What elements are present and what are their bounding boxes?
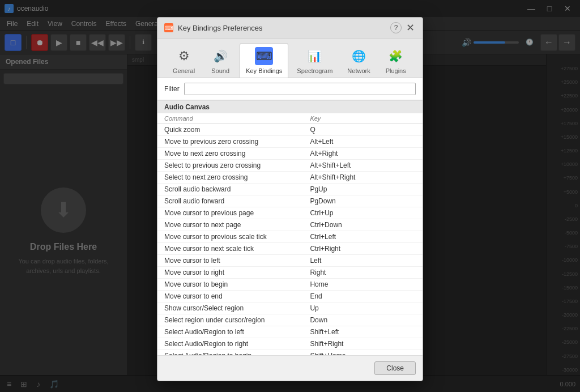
table-row[interactable]: Move cursor to next scale tick Ctrl+Righ…	[157, 243, 423, 255]
section-audio-canvas: Audio Canvas	[157, 101, 423, 114]
table-row[interactable]: Move cursor to begin Home	[157, 279, 423, 291]
network-tab-icon: 🌐	[350, 47, 368, 65]
dialog-overlay: ⌨ Key Bindings Preferences ? ✕ ⚙ General…	[0, 0, 580, 392]
key-cell: Alt+Shift+Right	[303, 172, 423, 184]
table-row[interactable]: Show cursor/Select region Up	[157, 302, 423, 314]
command-cell: Scroll audio forward	[157, 195, 303, 207]
table-row[interactable]: Move cursor to right Right	[157, 267, 423, 279]
key-cell: Shift+Right	[303, 338, 423, 350]
table-row[interactable]: Select to previous zero crossing Alt+Shi…	[157, 160, 423, 172]
keybindings-table-container: Audio Canvas Command Key Quick zoom Q Mo…	[157, 100, 423, 355]
key-cell: Right	[303, 267, 423, 279]
sound-tab-icon: 🔊	[211, 47, 229, 65]
key-cell: Ctrl+Down	[303, 219, 423, 231]
command-cell: Move cursor to left	[157, 255, 303, 267]
network-tab-label: Network	[347, 67, 370, 74]
command-cell: Select Audio/Region to left	[157, 326, 303, 338]
key-cell: End	[303, 291, 423, 302]
table-row[interactable]: Move cursor to next page Ctrl+Down	[157, 219, 423, 231]
table-row[interactable]: Move to previous zero crossing Alt+Left	[157, 136, 423, 148]
command-cell: Move to previous zero crossing	[157, 136, 303, 148]
table-row[interactable]: Select Audio/Region to begin Shift+Home	[157, 350, 423, 356]
dialog-title: Key Bindings Preferences	[178, 24, 390, 32]
command-cell: Show cursor/Select region	[157, 302, 303, 314]
dialog-help-button[interactable]: ?	[390, 22, 402, 33]
spectrogram-tab-icon: 📊	[306, 47, 324, 65]
table-row[interactable]: Select to next zero crossing Alt+Shift+R…	[157, 172, 423, 184]
tab-plugins[interactable]: 🧩 Plugins	[379, 43, 413, 78]
general-tab-label: General	[173, 67, 195, 74]
filter-label: Filter	[164, 85, 180, 93]
key-cell: PgDown	[303, 195, 423, 207]
keybindings-table: Audio Canvas Command Key Quick zoom Q Mo…	[157, 100, 423, 355]
spectrogram-tab-label: Spectrogram	[297, 67, 332, 74]
command-cell: Select region under cursor/region	[157, 314, 303, 326]
command-cell: Move cursor to end	[157, 291, 303, 302]
command-cell: Select to previous zero crossing	[157, 160, 303, 172]
command-cell: Select Audio/Region to right	[157, 338, 303, 350]
key-cell: Ctrl+Right	[303, 243, 423, 255]
table-row[interactable]: Select Audio/Region to right Shift+Right	[157, 338, 423, 350]
key-cell: Ctrl+Up	[303, 207, 423, 219]
prefs-tabs: ⚙ General 🔊 Sound ⌨ Key Bindings 📊 Spect…	[157, 39, 423, 78]
key-cell: PgUp	[303, 184, 423, 195]
dialog-footer: Close	[157, 355, 423, 381]
command-cell: Move cursor to next page	[157, 219, 303, 231]
key-cell: Shift+Left	[303, 326, 423, 338]
preferences-dialog: ⌨ Key Bindings Preferences ? ✕ ⚙ General…	[157, 17, 423, 381]
command-cell: Move to next zero crossing	[157, 148, 303, 160]
table-row[interactable]: Quick zoom Q	[157, 124, 423, 136]
keybindings-tab-icon: ⌨	[255, 47, 273, 65]
command-cell: Move cursor to next scale tick	[157, 243, 303, 255]
command-cell: Move cursor to right	[157, 267, 303, 279]
tab-spectrogram[interactable]: 📊 Spectrogram	[291, 43, 339, 78]
filter-bar: Filter	[157, 78, 423, 100]
tab-general[interactable]: ⚙ General	[167, 43, 201, 78]
command-cell: Move cursor to previous page	[157, 207, 303, 219]
sound-tab-label: Sound	[211, 67, 229, 74]
command-cell: Select to next zero crossing	[157, 172, 303, 184]
table-row[interactable]: Select Audio/Region to left Shift+Left	[157, 326, 423, 338]
keybindings-tab-label: Key Bindings	[246, 67, 282, 74]
key-cell: Shift+Home	[303, 350, 423, 356]
column-headers: Command Key	[157, 113, 423, 124]
command-cell: Quick zoom	[157, 124, 303, 136]
key-cell: Alt+Shift+Left	[303, 160, 423, 172]
command-cell: Select Audio/Region to begin	[157, 350, 303, 356]
dialog-icon: ⌨	[164, 23, 173, 32]
dialog-title-bar: ⌨ Key Bindings Preferences ? ✕	[157, 18, 423, 39]
filter-input[interactable]	[184, 83, 416, 95]
table-row[interactable]: Move cursor to left Left	[157, 255, 423, 267]
tab-network[interactable]: 🌐 Network	[341, 43, 376, 78]
table-row[interactable]: Move cursor to previous scale tick Ctrl+…	[157, 231, 423, 243]
key-cell: Ctrl+Left	[303, 231, 423, 243]
key-cell: Left	[303, 255, 423, 267]
general-tab-icon: ⚙	[175, 47, 193, 65]
key-cell: Home	[303, 279, 423, 291]
app-window: ♪ ocenaudio — □ ✕ File Edit View Control…	[0, 0, 580, 392]
tab-sound[interactable]: 🔊 Sound	[203, 43, 237, 78]
keybindings-table-scroll[interactable]: Audio Canvas Command Key Quick zoom Q Mo…	[157, 100, 423, 355]
table-row[interactable]: Move to next zero crossing Alt+Right	[157, 148, 423, 160]
command-cell: Scroll audio backward	[157, 184, 303, 195]
close-button[interactable]: Close	[374, 361, 416, 375]
plugins-tab-icon: 🧩	[387, 47, 405, 65]
table-row[interactable]: Select region under cursor/region Down	[157, 314, 423, 326]
command-cell: Move cursor to begin	[157, 279, 303, 291]
command-cell: Move cursor to previous scale tick	[157, 231, 303, 243]
table-row[interactable]: Scroll audio backward PgUp	[157, 184, 423, 195]
table-row[interactable]: Move cursor to end End	[157, 291, 423, 302]
key-cell: Q	[303, 124, 423, 136]
table-row[interactable]: Scroll audio forward PgDown	[157, 195, 423, 207]
dialog-close-button[interactable]: ✕	[405, 23, 416, 33]
plugins-tab-label: Plugins	[386, 67, 406, 74]
table-row[interactable]: Move cursor to previous page Ctrl+Up	[157, 207, 423, 219]
key-cell: Alt+Right	[303, 148, 423, 160]
key-cell: Up	[303, 302, 423, 314]
key-cell: Alt+Left	[303, 136, 423, 148]
tab-keybindings[interactable]: ⌨ Key Bindings	[240, 43, 288, 78]
key-cell: Down	[303, 314, 423, 326]
